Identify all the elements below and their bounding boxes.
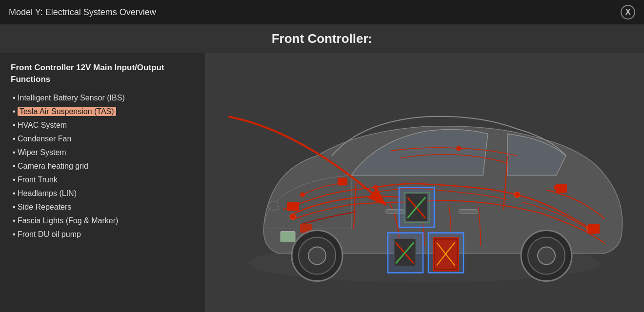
list-item: Condenser Fan xyxy=(11,132,194,146)
svg-rect-9 xyxy=(287,202,299,211)
window-title: Model Y: Electrical Systems Overview xyxy=(9,7,156,18)
panel-title: Front Controller 12V Main Input/Output F… xyxy=(11,62,194,85)
svg-rect-10 xyxy=(338,178,347,186)
list-item: Headlamps (LIN) xyxy=(11,187,194,200)
highlighted-text: Tesla Air Suspension (TAS) xyxy=(18,107,116,116)
list-item-highlighted: Tesla Air Suspension (TAS) xyxy=(11,105,194,118)
list-item: Fascia Lights (Fog & Marker) xyxy=(11,214,194,228)
svg-rect-13 xyxy=(281,232,295,242)
right-panel xyxy=(205,53,644,312)
svg-point-2 xyxy=(290,214,296,220)
svg-rect-22 xyxy=(459,210,478,214)
list-item: HVAC System xyxy=(11,118,194,132)
svg-point-3 xyxy=(300,193,305,197)
car-diagram xyxy=(205,53,644,312)
svg-rect-11 xyxy=(556,184,567,193)
svg-point-5 xyxy=(514,192,520,198)
header-title: Front Controller: xyxy=(272,31,373,46)
function-list: Intelligent Battery Sensor (IBS) Tesla A… xyxy=(11,91,194,241)
list-item: Side Repeaters xyxy=(11,200,194,214)
svg-point-20 xyxy=(538,247,555,265)
close-icon: X xyxy=(625,8,631,17)
list-item: Front Trunk xyxy=(11,173,194,187)
svg-point-8 xyxy=(456,146,461,151)
list-item: Wiper System xyxy=(11,146,194,159)
svg-point-4 xyxy=(373,185,378,190)
title-bar: Model Y: Electrical Systems Overview X xyxy=(0,0,644,24)
list-item: Camera heating grid xyxy=(11,159,194,173)
close-button[interactable]: X xyxy=(621,5,635,20)
left-panel: Front Controller 12V Main Input/Output F… xyxy=(0,53,205,312)
car-svg xyxy=(205,53,644,312)
list-item: Intelligent Battery Sensor (IBS) xyxy=(11,91,194,105)
content-area: Front Controller 12V Main Input/Output F… xyxy=(0,53,644,312)
svg-point-17 xyxy=(308,247,326,265)
main-window: Model Y: Electrical Systems Overview X F… xyxy=(0,0,644,312)
list-item: Front DU oil pump xyxy=(11,228,194,241)
svg-rect-12 xyxy=(588,224,600,234)
section-header: Front Controller: xyxy=(0,24,644,53)
